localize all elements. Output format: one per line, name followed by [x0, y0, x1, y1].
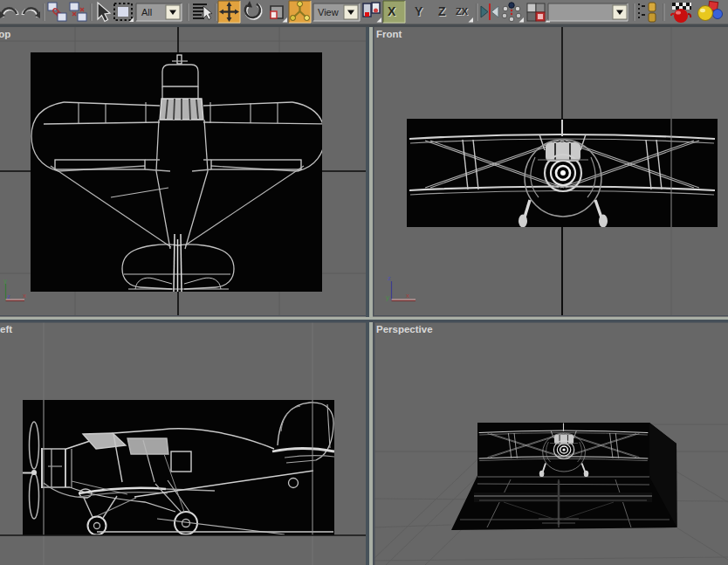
svg-text:Z: Z — [438, 4, 446, 18]
svg-text:Perspective: Perspective — [376, 324, 433, 334]
svg-text:Y: Y — [415, 4, 423, 18]
svg-text:Front: Front — [376, 29, 402, 39]
svg-text:Left: Left — [0, 324, 12, 334]
svg-text:z: z — [388, 274, 391, 282]
svg-text:X: X — [388, 4, 396, 18]
svg-text:x: x — [23, 292, 26, 300]
svg-text:ZX: ZX — [456, 6, 469, 17]
svg-text:All: All — [141, 7, 152, 17]
svg-text:y: y — [386, 293, 389, 301]
svg-text:y: y — [3, 277, 7, 285]
svg-text:View: View — [318, 7, 339, 17]
svg-text:x: x — [406, 292, 409, 300]
svg-text:Top: Top — [0, 29, 10, 39]
